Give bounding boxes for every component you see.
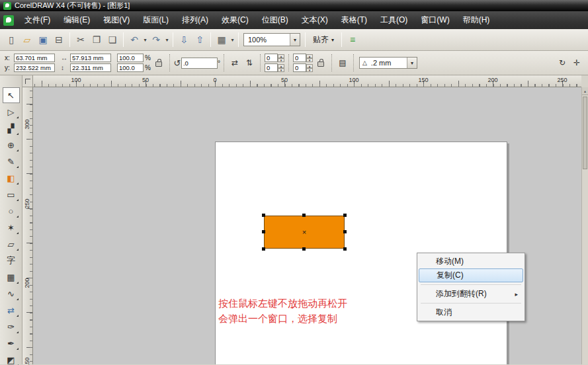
table-tool[interactable]: ▦ [3, 269, 20, 285]
menu-edit[interactable]: 编辑(E) [57, 11, 97, 29]
ruler-origin-corner[interactable] [22, 75, 33, 87]
pick-tool[interactable]: ↖ [3, 87, 20, 103]
object-width-input[interactable] [70, 54, 111, 62]
propbar-separator [331, 54, 332, 71]
paste-button[interactable]: ❏ [105, 32, 120, 48]
corner-tl-input[interactable] [265, 54, 278, 62]
scroll-up-icon[interactable]: ▴ [582, 87, 588, 95]
context-menu-copy[interactable]: 复制(C) [419, 268, 523, 282]
round-corners-together-button[interactable] [314, 56, 327, 69]
selection-handle[interactable] [343, 214, 347, 217]
text-tool[interactable]: 字 [3, 253, 20, 268]
fill-tool[interactable]: ◩ [3, 352, 20, 365]
menu-file[interactable]: 文件(F) [18, 11, 57, 29]
smart-fill-tool[interactable]: ◧ [3, 170, 20, 186]
scale-h-input[interactable] [117, 54, 144, 62]
save-button[interactable]: ▣ [35, 32, 51, 48]
cut-button[interactable]: ✂ [73, 32, 89, 48]
selection-center-marker[interactable]: × [302, 228, 306, 236]
scale-v-input[interactable] [117, 63, 144, 72]
options-button[interactable]: ≡ [345, 32, 360, 48]
basic-shapes-tool[interactable]: ▱ [3, 236, 20, 252]
menu-bitmaps[interactable]: 位图(B) [255, 11, 295, 29]
outline-dropdown-icon[interactable]: ▾ [407, 58, 417, 68]
context-menu-cancel[interactable]: 取消 [419, 305, 523, 319]
menu-table[interactable]: 表格(T) [335, 11, 374, 29]
mirror-horizontal-button[interactable]: ⇄ [228, 56, 241, 69]
object-y-input[interactable] [14, 63, 55, 72]
menu-text[interactable]: 文本(X) [295, 11, 335, 29]
outline-pen-tool-icon: ✒ [7, 339, 15, 348]
selection-handle[interactable] [343, 230, 347, 233]
menu-arrange[interactable]: 排列(A) [175, 11, 215, 29]
selection-handle[interactable] [343, 247, 347, 251]
selection-handle[interactable] [262, 230, 265, 233]
drawing-canvas[interactable]: × 按住鼠标左键不放拖动再松开 会弹出一个窗口，选择复制 移动(M) 复制(C) [33, 87, 581, 364]
import-button[interactable]: ⇩ [176, 32, 192, 48]
crop-tool[interactable]: ▞ [3, 120, 20, 136]
menu-view[interactable]: 视图(V) [97, 11, 136, 29]
orange-rectangle[interactable]: × [264, 216, 345, 249]
menu-tools[interactable]: 工具(O) [374, 11, 414, 29]
zoom-dropdown-icon[interactable]: ▾ [290, 34, 300, 46]
menu-effects[interactable]: 效果(C) [215, 11, 255, 29]
outline-pen-tool[interactable]: ✒ [3, 335, 20, 351]
rotation-angle-input[interactable] [181, 58, 218, 69]
object-x-input[interactable] [14, 54, 55, 62]
zoom-level-select[interactable]: 100% ▾ [243, 33, 300, 46]
fill-tool-icon: ◩ [7, 355, 15, 365]
eyedropper-tool[interactable]: ✑ [3, 319, 20, 335]
redo-dropdown[interactable]: ▾ [164, 32, 170, 48]
context-menu-move[interactable]: 移动(M) [419, 255, 523, 268]
mirror-vertical-button[interactable]: ⇅ [243, 56, 256, 69]
new-button[interactable]: ▯ [3, 32, 19, 48]
polygon-tool[interactable]: ✶ [3, 220, 20, 235]
shape-tool[interactable]: ▷ [3, 104, 20, 120]
object-height-input[interactable] [70, 63, 111, 72]
wrap-text-button[interactable]: ▤ [336, 56, 349, 69]
corner-bl-spinner[interactable]: ▴▾ [278, 64, 284, 72]
selection-handle[interactable] [302, 214, 306, 217]
corner-tr-spinner[interactable]: ▴▾ [306, 54, 313, 62]
application-launcher-button[interactable]: ▦ [214, 32, 230, 48]
undo-button[interactable]: ↶ [126, 32, 142, 48]
vertical-scrollbar[interactable]: ▴ [581, 87, 588, 364]
context-menu-add-to-rollover[interactable]: 添加到翻转(R) ▸ [419, 287, 523, 301]
copy-button[interactable]: ❐ [89, 32, 105, 48]
rectangle-tool[interactable]: ▭ [3, 186, 20, 202]
corner-tl-spinner[interactable]: ▴▾ [278, 54, 284, 62]
selection-handle[interactable] [262, 214, 265, 217]
freehand-tool[interactable]: ✎ [3, 153, 20, 169]
interactive-blend-tool[interactable]: ⇄ [3, 302, 20, 318]
lock-ratio-button[interactable] [152, 56, 165, 69]
dimension-tool[interactable]: ∿ [3, 286, 20, 302]
coreldraw-logo-icon [3, 15, 14, 26]
outline-width-select[interactable]: △ .2 mm ▾ [359, 57, 417, 69]
corner-br-input[interactable] [293, 63, 306, 72]
propbar-separator [353, 54, 354, 71]
ellipse-tool[interactable]: ○ [3, 203, 20, 219]
snap-to-dropdown[interactable]: 贴齐 ▾ [308, 32, 339, 47]
corner-br-spinner[interactable]: ▴▾ [306, 64, 313, 72]
corner-tr-input[interactable] [293, 54, 306, 62]
selection-handle[interactable] [302, 247, 306, 251]
selection-handle[interactable] [262, 247, 265, 251]
options-sliders-icon: ≡ [350, 34, 355, 45]
redo-button[interactable]: ↷ [148, 32, 164, 48]
undo-dropdown[interactable]: ▾ [142, 32, 148, 48]
open-button[interactable]: ▱ [19, 32, 35, 48]
context-menu-separator [421, 303, 521, 304]
corner-bl-input[interactable] [265, 63, 278, 72]
vertical-ruler[interactable]: 300 250 200 150 [22, 87, 33, 364]
graph-paper-button[interactable]: ✛ [570, 56, 583, 69]
launcher-dropdown[interactable]: ▾ [230, 32, 235, 48]
export-button[interactable]: ⇧ [192, 32, 208, 48]
menu-help[interactable]: 帮助(H) [456, 11, 497, 29]
print-button[interactable]: ⊟ [51, 32, 67, 48]
refresh-button[interactable]: ↻ [556, 56, 569, 69]
menu-layout[interactable]: 版面(L) [136, 11, 175, 29]
horizontal-ruler[interactable]: 100 50 0 50 100 150 200 250 [22, 75, 581, 87]
zoom-tool[interactable]: ⊕ [3, 137, 20, 153]
menu-window[interactable]: 窗口(W) [414, 11, 456, 29]
scrollbar-thumb[interactable] [583, 97, 587, 169]
